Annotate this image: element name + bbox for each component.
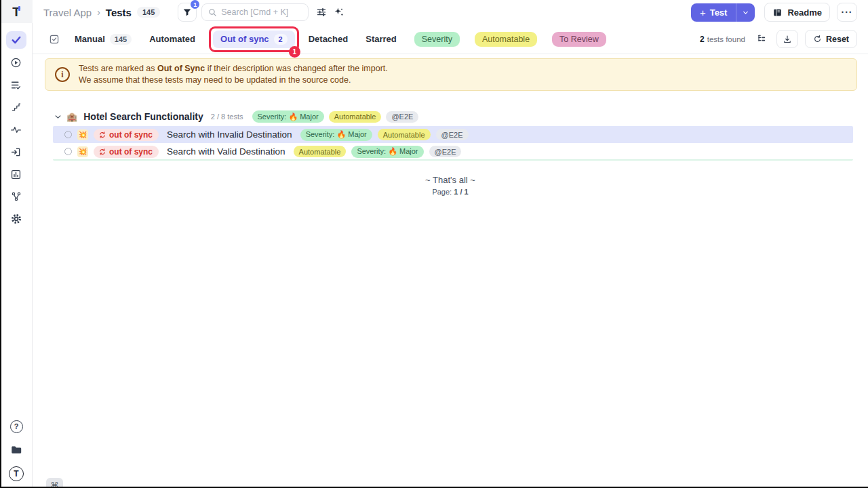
out-of-sync-info-banner: i Tests are marked as Out of Sync if the… [45,58,857,91]
breadcrumb-project[interactable]: Travel App [43,7,92,18]
check-icon [11,35,22,45]
reset-filters-button[interactable]: Reset [805,30,857,48]
sidebar: T ? [0,0,33,488]
test-tag[interactable]: @E2E [429,146,462,157]
new-test-button[interactable]: + Test [691,3,736,22]
out-of-sync-badge: out of sync [94,146,159,158]
sidebar-item-help[interactable]: ? [6,418,26,435]
export-button[interactable] [776,30,798,48]
sidebar-item-pulse[interactable] [6,121,26,138]
tab-manual-badge: 145 [110,34,132,45]
test-tag[interactable]: @E2E [436,129,469,140]
filter-tabs-row: Manual 145 Automated Out of sync 2 1 Det… [33,24,868,54]
results-count-value: 2 [700,35,705,44]
play-circle-icon [10,57,22,68]
collapse-chevron-icon[interactable] [54,113,62,121]
logo-accent [18,6,20,11]
sidebar-item-branches[interactable] [6,188,26,205]
sliders-icon [316,7,327,18]
test-tag[interactable]: Automatable [294,146,347,157]
test-row[interactable]: 💥 out of sync Search with Valid Destinat… [53,144,853,161]
tab-automated[interactable]: Automated [149,34,195,44]
test-row[interactable]: 💥 out of sync Search with Invalid Destin… [53,126,853,143]
banner-text: Tests are marked as Out of Sync if their… [79,63,388,86]
filter-button[interactable]: 1 [178,3,197,22]
sidebar-item-tests[interactable] [6,31,26,49]
new-test-split-button: + Test [691,3,755,22]
filter-pill-severity[interactable]: Severity [414,32,460,47]
sidebar-item-runs[interactable] [6,54,26,71]
ai-assist-button[interactable] [330,3,348,21]
app-logo[interactable]: T [0,0,33,23]
row-select-radio[interactable] [64,131,72,138]
bulk-select-button[interactable] [49,34,60,45]
bar-chart-icon [10,169,22,180]
tab-detached[interactable]: Detached [309,34,349,44]
out-of-sync-badge: out of sync [94,129,159,141]
sidebar-item-settings[interactable] [6,210,26,228]
view-settings-button[interactable] [313,3,330,21]
tab-detached-label: Detached [309,34,349,44]
row-select-radio[interactable] [64,148,72,155]
results-count-label: tests found [707,35,745,43]
tab-automated-label: Automated [149,34,195,44]
test-tag[interactable]: Severity: 🔥 Major [351,146,423,158]
out-of-sync-label: out of sync [109,147,153,157]
tab-manual[interactable]: Manual 145 [75,34,132,45]
stairs-icon [11,102,22,113]
banner-line1-post: if their description was changed after t… [205,64,388,73]
page-title: Tests [106,7,132,18]
search-input[interactable] [221,7,302,17]
filter-pill-to-review[interactable]: To Review [552,32,606,47]
gear-icon [10,213,22,225]
suite-test-count: 2 / 8 tests [211,113,243,121]
banner-line1-pre: Tests are marked as [79,64,157,73]
end-of-list-text: ~ That's all ~ [33,175,868,185]
hotel-icon: 🏨 [66,112,77,122]
test-tag[interactable]: Automatable [378,129,431,140]
search-box[interactable] [201,3,309,21]
activity-icon [10,124,22,136]
new-test-dropdown-button[interactable] [736,3,755,22]
sidebar-item-analytics[interactable] [6,165,26,183]
sidebar-nav [0,23,32,228]
reset-label: Reset [826,35,849,44]
tab-starred[interactable]: Starred [366,34,397,44]
search-icon [208,8,217,17]
sync-icon [98,131,106,139]
select-check-icon [49,34,60,45]
download-icon [783,35,792,44]
breadcrumb-separator: › [97,7,100,18]
suite-tag-e2e[interactable]: @E2E [386,111,418,123]
pagination-info: Page: 1 / 1 [33,188,868,196]
refresh-icon [813,35,822,43]
readme-button[interactable]: Readme [764,3,830,22]
sparkles-icon [334,7,344,18]
suite-title[interactable]: Hotel Search Functionality [83,111,203,122]
tree-icon [757,34,767,44]
sync-icon [98,148,106,156]
sidebar-item-import[interactable] [6,143,26,161]
branch-icon [11,191,22,202]
tab-manual-label: Manual [75,34,105,44]
testomat-logo-icon: T [9,466,24,481]
more-actions-button[interactable]: ··· [837,3,857,22]
sidebar-item-brand[interactable]: T [6,465,26,483]
tree-view-button[interactable] [753,30,771,48]
list-footer: ~ That's all ~ Page: 1 / 1 [33,175,868,196]
test-title[interactable]: Search with Invalid Destination [167,129,292,140]
top-header: Travel App › Tests 145 1 + Test Readme ·… [33,0,868,24]
sidebar-item-docs[interactable] [6,441,26,459]
results-count: 2 tests found [700,35,745,44]
tab-out-of-sync[interactable]: Out of sync 2 1 [213,30,295,48]
folder-icon [10,444,22,456]
test-tag[interactable]: Severity: 🔥 Major [300,129,372,141]
filter-pill-automatable[interactable]: Automatable [475,32,537,47]
sidebar-item-plans[interactable] [6,76,26,94]
test-title[interactable]: Search with Valid Destination [167,146,285,157]
banner-line1-bold: Out of Sync [157,64,205,73]
suite-tag-automatable[interactable]: Automatable [329,111,382,123]
ellipsis-icon: ··· [842,7,853,18]
suite-tag-severity[interactable]: Severity: 🔥 Major [252,110,324,123]
sidebar-item-steps[interactable] [6,98,26,116]
